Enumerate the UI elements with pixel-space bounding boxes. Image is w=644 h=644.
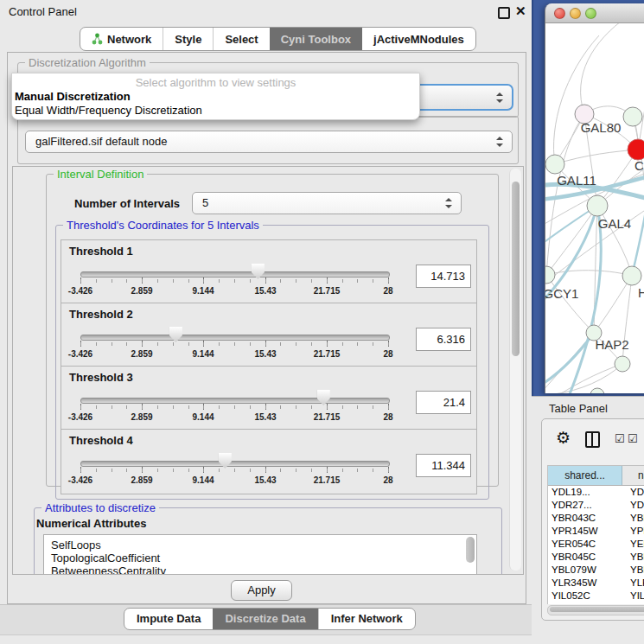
tab-impute-data[interactable]: Impute Data	[124, 609, 213, 629]
close-icon[interactable]: ✕	[515, 3, 526, 19]
tab-discretize-data[interactable]: Discretize Data	[213, 609, 317, 629]
threshold-2-slider-track[interactable]	[80, 335, 390, 341]
tab-style[interactable]: Style	[163, 28, 213, 50]
number-of-intervals-value: 5	[202, 193, 208, 214]
tick-label: 21.715	[314, 286, 341, 296]
zoom-window-icon[interactable]	[585, 8, 596, 19]
table-row[interactable]: YBR045CYBR0	[548, 551, 644, 564]
tick-label: -3.426	[68, 286, 92, 296]
node-gal11	[545, 155, 564, 174]
node-h	[622, 266, 641, 285]
threshold-2-value-field[interactable]: 6.316	[416, 328, 471, 351]
tab-select[interactable]: Select	[213, 28, 269, 50]
threshold-1-value-field[interactable]: 14.713	[416, 265, 471, 288]
list-item[interactable]: TopologicalCoefficient	[44, 552, 476, 564]
node-label: GCY1	[545, 286, 578, 301]
number-of-intervals-combobox[interactable]: 5	[192, 192, 462, 214]
table-row[interactable]: YBL079WYBL0	[548, 564, 644, 577]
tick-label: 28	[383, 412, 392, 422]
table-horizontal-scrollbar[interactable]	[547, 605, 644, 615]
table-row[interactable]: YDR27...YDR2	[548, 499, 644, 512]
float-window-icon[interactable]	[498, 7, 510, 19]
tick-label: 9.144	[192, 286, 214, 296]
list-item[interactable]: BetweennessCentrality	[44, 564, 476, 575]
threshold-3-label: Threshold 3	[69, 371, 133, 384]
threshold-2-panel: Threshold 2 -3.426 2.859 9.144 15.43 21.…	[61, 303, 477, 368]
threshold-4-value-field[interactable]: 11.344	[416, 454, 471, 477]
split-columns-icon[interactable]	[585, 431, 600, 448]
node-gcy1	[545, 266, 555, 284]
node-attribute-table: shared... na YDL19...YDL1 YDR27...YDR2 Y…	[547, 465, 644, 604]
column-header-name[interactable]: na	[622, 466, 644, 485]
checkbox-icon[interactable]: ☑	[615, 433, 625, 444]
scrollbar-thumb[interactable]	[512, 182, 520, 356]
tick-label: 28	[383, 475, 392, 485]
network-window-titlebar[interactable]	[545, 3, 644, 23]
settings-scrollpane: Interval Definition Number of Intervals …	[12, 166, 524, 575]
node-label: HAP2	[595, 337, 628, 352]
tab-cyni-toolbox[interactable]: Cyni Toolbox	[270, 28, 362, 50]
algorithm-placeholder-option[interactable]: Select algorithm to view settings	[12, 76, 419, 89]
table-panel: Table Panel ⚙ ☑ ☑ shared... na YDL19...Y…	[532, 396, 644, 644]
algorithm-option-manual[interactable]: Manual Discretization	[15, 90, 131, 103]
tick-label: 2.859	[131, 349, 152, 359]
algorithm-dropdown-popup: Select algorithm to view settings Manual…	[11, 73, 420, 120]
cyni-bottom-tabbar: Impute Data Discretize Data Infer Networ…	[124, 608, 416, 630]
node-gal4	[587, 195, 608, 216]
tick-label: 15.43	[254, 286, 276, 296]
column-header-shared-name[interactable]: shared...	[548, 466, 622, 485]
list-scrollbar[interactable]	[466, 537, 475, 575]
apply-button[interactable]: Apply	[231, 580, 292, 601]
table-row[interactable]: YIL052CYIL0	[548, 590, 644, 603]
table-row[interactable]: YBR043CYBR0	[548, 512, 644, 525]
threshold-1-panel: Threshold 1 -3.426 2.859 9.144 15.43 21.…	[61, 239, 477, 305]
tick-label: 15.43	[254, 412, 276, 422]
node-red-selected	[628, 139, 644, 160]
tick-label: 28	[383, 286, 392, 296]
node-top-right	[623, 107, 642, 126]
attributes-group: Attributes to discretize Numerical Attri…	[34, 507, 502, 575]
threshold-3-slider-track[interactable]	[80, 398, 390, 404]
network-canvas[interactable]: GAL80 G C GAL11 GAL4 GCY1 H HAP2	[545, 23, 644, 393]
interval-definition-group: Interval Definition Number of Intervals …	[46, 174, 499, 487]
table-row[interactable]: YLR345WYLR3	[548, 577, 644, 590]
table-row[interactable]: YPR145WYPR1	[548, 525, 644, 538]
threshold-2-label: Threshold 2	[69, 308, 133, 321]
tick-label: 21.715	[314, 412, 341, 422]
table-data-combobox[interactable]: galFiltered.sif default node	[25, 131, 513, 153]
tab-network[interactable]: Network	[80, 28, 163, 50]
minimize-window-icon[interactable]	[570, 8, 581, 19]
tab-infer-network[interactable]: Infer Network	[318, 609, 415, 629]
slider-minor-ticks	[80, 405, 390, 409]
close-window-icon[interactable]	[554, 8, 565, 19]
table-row[interactable]: YER054CYER0	[548, 538, 644, 551]
node-label: GAL4	[598, 216, 631, 231]
tab-jactivemnodules[interactable]: jActiveMNodules	[362, 28, 475, 50]
table-data-value: galFiltered.sif default node	[35, 131, 167, 152]
screen: Control Panel ✕ Network Style Select Cyn…	[0, 0, 644, 644]
tick-label: 21.715	[314, 475, 341, 485]
threshold-3-value-field[interactable]: 21.4	[416, 391, 471, 414]
thresholds-group: Threshold's Coordinates for 5 Intervals …	[55, 225, 489, 500]
discretization-algorithm-group-title: Discretization Algorithm	[25, 56, 150, 69]
gear-icon[interactable]: ⚙	[556, 430, 571, 446]
threshold-3-panel: Threshold 3 -3.426 2.859 9.144 15.43 21.…	[61, 366, 477, 431]
table-row[interactable]: YDL19...YDL1	[548, 486, 644, 499]
list-item[interactable]: SelfLoops	[44, 539, 476, 552]
scrollbar-thumb[interactable]	[550, 607, 644, 612]
tick-label: 28	[383, 349, 392, 359]
node-label: H	[638, 285, 644, 300]
interval-definition-title: Interval Definition	[54, 168, 147, 181]
threshold-4-panel: Threshold 4 -3.426 2.859 9.144 15.43 21.…	[61, 429, 477, 494]
combobox-arrows-icon	[496, 92, 502, 103]
tick-label: -3.426	[68, 349, 92, 359]
tick-label: 21.715	[314, 349, 341, 359]
threshold-1-slider-track[interactable]	[80, 271, 390, 277]
threshold-4-slider-track[interactable]	[80, 461, 390, 467]
checkbox-icon[interactable]: ☑	[628, 433, 638, 444]
network-view-window[interactable]: GAL80 G C GAL11 GAL4 GCY1 H HAP2	[545, 3, 644, 393]
table-panel-box: ⚙ ☑ ☑ shared... na YDL19...YDL1 YDR27...…	[541, 418, 644, 621]
settings-scrollbar[interactable]	[509, 169, 521, 571]
algorithm-option-equal-width[interactable]: Equal Width/Frequency Discretization	[15, 104, 202, 117]
table-data-group: Table Data galFiltered.sif default node	[17, 116, 519, 164]
